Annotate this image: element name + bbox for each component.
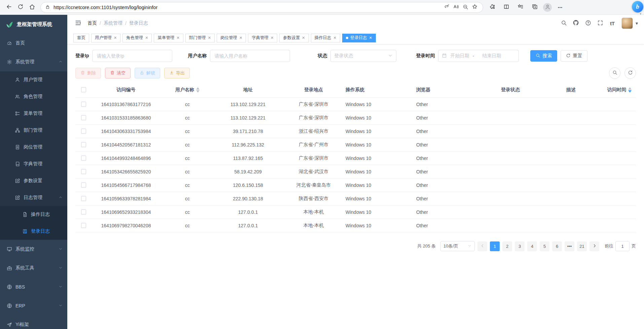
help-icon[interactable]	[583, 18, 593, 28]
sidebar-item-5[interactable]: 部门管理	[0, 122, 67, 139]
tab-5[interactable]: 岗位管理✕	[217, 34, 246, 42]
tab-4[interactable]: 部门管理✕	[185, 34, 215, 42]
tab-close-icon[interactable]: ✕	[302, 36, 305, 40]
sidebar-item-6[interactable]: 岗位管理	[0, 139, 67, 156]
bing-sidebar-icon[interactable]: b	[632, 1, 643, 12]
row-checkbox[interactable]	[81, 209, 86, 215]
table-row[interactable]: 1641031533185863680cc113.102.129.221广东省-…	[75, 111, 636, 125]
back-icon[interactable]	[3, 2, 15, 13]
delete-button[interactable]: 删除	[75, 68, 101, 78]
tab-6[interactable]: 字典管理✕	[248, 34, 277, 42]
sidebar-item-4[interactable]: 菜单管理	[0, 105, 67, 122]
table-row[interactable]: 1641044520567181312cc112.96.225.132广东省-广…	[75, 138, 636, 152]
sidebar-item-13[interactable]: 系统工具	[0, 259, 67, 277]
table-refresh-icon[interactable]	[624, 67, 636, 79]
sidebar-item-12[interactable]: 系统监控	[0, 240, 67, 259]
column-header[interactable]: 用户名称	[160, 87, 214, 93]
font-size-icon[interactable]: tT	[607, 18, 617, 28]
sort-carets-icon[interactable]	[196, 87, 200, 93]
unlock-button[interactable]: 解锁	[135, 68, 160, 78]
tab-close-icon[interactable]: ✕	[333, 36, 336, 40]
sidebar-item-16[interactable]: Yi框架	[0, 315, 67, 329]
tab-0[interactable]: 首页	[73, 34, 89, 42]
tab-close-icon[interactable]: ✕	[208, 36, 211, 40]
page-button-2[interactable]: 2	[502, 241, 512, 251]
sidebar-item-2[interactable]: 用户管理	[0, 71, 67, 88]
table-search-toggle-icon[interactable]	[609, 67, 620, 79]
tab-close-icon[interactable]: ✕	[369, 36, 372, 40]
user-avatar[interactable]	[621, 18, 633, 29]
password-key-icon[interactable]	[442, 3, 451, 12]
select-all-checkbox[interactable]	[81, 87, 86, 92]
row-checkbox[interactable]	[81, 156, 86, 161]
table-row[interactable]: 1641069798270046208cc127.0.0.1本地-本机Windo…	[75, 219, 636, 232]
split-screen-icon[interactable]	[501, 2, 512, 13]
sidebar-item-0[interactable]: 首页	[0, 34, 67, 53]
collections-icon[interactable]	[529, 2, 540, 13]
row-checkbox[interactable]	[81, 142, 86, 147]
table-row[interactable]: 1641053426655825920cc58.19.42.209湖北省-武汉市…	[75, 165, 636, 178]
browser-profile-icon[interactable]	[543, 3, 552, 12]
row-checkbox[interactable]	[81, 223, 86, 228]
extensions-icon[interactable]	[487, 2, 498, 13]
home-icon[interactable]	[26, 2, 38, 13]
tab-close-icon[interactable]: ✕	[114, 36, 117, 40]
sidebar-item-15[interactable]: ERP	[0, 296, 67, 315]
url-text[interactable]: https://ccnetcore.com:1101/system/log/lo…	[53, 5, 442, 10]
page-button-21[interactable]: 21	[577, 241, 587, 251]
page-size-select[interactable]: 10条/页	[440, 241, 475, 251]
row-checkbox[interactable]	[81, 115, 86, 120]
bing-caret-icon[interactable]: ▾	[640, 12, 641, 15]
address-bar[interactable]: https://ccnetcore.com:1101/system/log/lo…	[40, 2, 483, 13]
clear-button[interactable]: 清空	[105, 68, 131, 78]
header-search-icon[interactable]	[559, 18, 569, 28]
page-button-1[interactable]: 1	[490, 241, 500, 251]
table-row[interactable]: 1641031367863177216cc113.102.129.221广东省-…	[75, 98, 636, 111]
browser-menu-icon[interactable]: ⋯	[554, 2, 566, 13]
row-checkbox[interactable]	[81, 183, 86, 188]
prev-page-button[interactable]	[477, 241, 487, 251]
sidebar-item-11[interactable]: 登录日志	[0, 223, 67, 240]
next-page-button[interactable]	[589, 241, 599, 251]
search-button[interactable]: 搜索	[530, 50, 557, 62]
page-button-4[interactable]: 4	[527, 241, 537, 251]
tab-close-icon[interactable]: ✕	[271, 36, 274, 40]
menu-fold-icon[interactable]	[73, 19, 83, 28]
table-row[interactable]: 1641069652933218304cc127.0.0.1本地-本机Windo…	[75, 205, 636, 219]
sort-carets-icon[interactable]	[628, 87, 632, 93]
breadcrumb-home[interactable]: 首页	[87, 20, 97, 26]
row-checkbox[interactable]	[81, 196, 86, 201]
tab-1[interactable]: 用户管理✕	[91, 34, 120, 42]
sidebar-item-14[interactable]: BBS	[0, 277, 67, 296]
row-checkbox[interactable]	[81, 169, 86, 174]
tab-8[interactable]: 操作日志✕	[311, 34, 340, 42]
table-row[interactable]: 1641044993248464896cc113.87.92.165广东省-深圳…	[75, 152, 636, 165]
refresh-icon[interactable]	[15, 2, 26, 13]
filter-status-select[interactable]: 登录状态	[330, 50, 396, 62]
sidebar-item-7[interactable]: 字典管理	[0, 156, 67, 172]
favorites-star-icon[interactable]	[470, 3, 479, 12]
page-button-3[interactable]: 3	[515, 241, 525, 251]
page-ellipsis[interactable]: •••	[565, 241, 574, 251]
avatar-caret-icon[interactable]: ▾	[636, 21, 638, 26]
zoom-out-icon[interactable]	[461, 3, 470, 12]
tab-3[interactable]: 菜单管理✕	[154, 34, 183, 42]
column-header[interactable]: 访问时间	[603, 87, 636, 93]
row-checkbox[interactable]	[81, 129, 86, 134]
breadcrumb-system[interactable]: 系统管理	[104, 20, 122, 26]
page-button-5[interactable]: 5	[540, 241, 549, 251]
sidebar-item-3[interactable]: 角色管理	[0, 88, 67, 105]
tab-2[interactable]: 角色管理✕	[122, 34, 152, 42]
tab-7[interactable]: 参数设置✕	[279, 34, 309, 42]
tab-close-icon[interactable]: ✕	[145, 36, 148, 40]
favorites-bar-icon[interactable]	[515, 2, 526, 13]
row-checkbox[interactable]	[81, 102, 86, 107]
filter-ip-input[interactable]	[92, 50, 172, 62]
fullscreen-icon[interactable]	[595, 18, 605, 28]
filter-username-input[interactable]	[210, 50, 290, 62]
jump-page-input[interactable]	[615, 241, 630, 251]
filter-daterange[interactable]: 开始日期 - 结束日期	[438, 50, 519, 62]
app-logo[interactable]: 意框架管理系统	[0, 15, 67, 34]
table-row[interactable]: 1641043063331753984cc39.171.210.78浙江省-绍兴…	[75, 125, 636, 138]
sidebar-item-1[interactable]: 系统管理	[0, 53, 67, 71]
